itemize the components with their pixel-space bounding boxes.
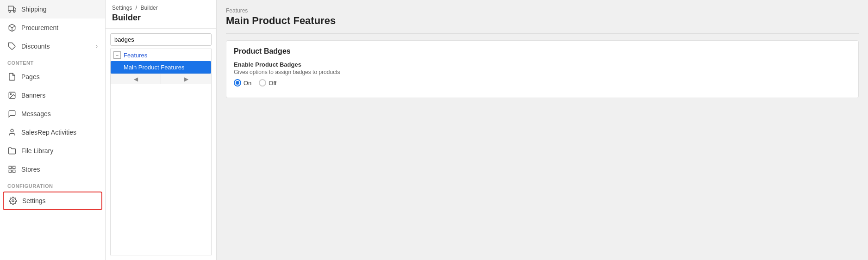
truck-icon xyxy=(7,5,17,14)
breadcrumb-settings[interactable]: Settings xyxy=(112,5,132,11)
sidebar-label-banners: Banners xyxy=(21,92,98,99)
svg-rect-0 xyxy=(8,6,13,11)
sidebar-item-procurement[interactable]: Procurement xyxy=(0,19,105,37)
sidebar-item-pages[interactable]: Pages xyxy=(0,68,105,86)
grid-icon xyxy=(7,165,17,174)
sidebar-item-shipping[interactable]: Shipping xyxy=(0,0,105,19)
sidebar-item-discounts[interactable]: Discounts › xyxy=(0,37,105,56)
chevron-right-icon: › xyxy=(96,43,98,50)
sidebar-label-settings: Settings xyxy=(22,197,97,204)
tree-container: − Features Main Product Features ◀ ▶ xyxy=(110,49,212,255)
radio-option-off[interactable]: Off xyxy=(259,79,276,87)
person-icon xyxy=(7,128,17,137)
features-section-label: Features xyxy=(226,7,859,14)
search-input[interactable] xyxy=(110,33,212,46)
radio-option-on[interactable]: On xyxy=(234,79,251,87)
svg-rect-8 xyxy=(9,166,11,168)
chat-icon xyxy=(7,109,17,118)
svg-point-1 xyxy=(9,11,11,12)
tree-group-features[interactable]: − Features xyxy=(111,49,211,61)
tree-group-label: Features xyxy=(124,52,147,59)
box-icon xyxy=(7,23,17,32)
content-area: Settings / Builder Builder − Features Ma… xyxy=(106,0,868,260)
section-header-configuration: CONFIGURATION xyxy=(0,179,105,191)
svg-rect-10 xyxy=(13,170,15,173)
feature-setting-desc: Gives options to assign badges to produc… xyxy=(234,69,851,75)
search-box xyxy=(110,33,212,46)
main-area: Settings / Builder Builder − Features Ma… xyxy=(106,0,868,260)
sidebar-label-procurement: Procurement xyxy=(21,24,98,31)
tree-item-label: Main Product Features xyxy=(124,64,185,71)
tree-scroll-arrows: ◀ ▶ xyxy=(111,74,211,84)
breadcrumb-separator: / xyxy=(136,5,137,11)
radio-circle-on xyxy=(234,79,241,87)
sidebar-label-file-library: File Library xyxy=(21,147,98,155)
svg-point-2 xyxy=(13,11,15,12)
feature-card-badges: Product Badges Enable Product Badges Giv… xyxy=(226,40,859,98)
sidebar-item-salesrep[interactable]: SalesRep Activities xyxy=(0,123,105,142)
sidebar: Shipping Procurement Discounts › CONTENT xyxy=(0,0,106,260)
tag-icon xyxy=(7,42,17,51)
feature-card-title-badges: Product Badges xyxy=(234,47,851,56)
builder-panel: Settings / Builder Builder − Features Ma… xyxy=(106,0,217,260)
file-icon xyxy=(7,72,17,81)
svg-point-6 xyxy=(10,93,11,94)
features-title: Main Product Features xyxy=(226,15,859,27)
tree-scroll-right[interactable]: ▶ xyxy=(161,74,211,84)
section-header-content: CONTENT xyxy=(0,56,105,68)
sidebar-item-banners[interactable]: Banners xyxy=(0,86,105,105)
sidebar-item-settings[interactable]: Settings xyxy=(3,192,102,210)
right-panel: Features Main Product Features Product B… xyxy=(217,0,868,260)
sidebar-content: Shipping Procurement Discounts › CONTENT xyxy=(0,0,105,260)
sidebar-label-pages: Pages xyxy=(21,73,98,80)
svg-point-7 xyxy=(11,129,13,132)
breadcrumb-current: Builder xyxy=(140,5,157,11)
feature-setting-label: Enable Product Badges xyxy=(234,61,851,68)
sidebar-item-stores[interactable]: Stores xyxy=(0,160,105,179)
radio-group-badges: On Off xyxy=(234,79,851,87)
folder-icon xyxy=(7,146,17,155)
image-icon xyxy=(7,91,17,100)
sidebar-label-messages: Messages xyxy=(21,110,98,118)
sidebar-label-salesrep: SalesRep Activities xyxy=(21,129,98,136)
collapse-icon[interactable]: − xyxy=(113,51,121,59)
feature-setting-enable-badges: Enable Product Badges Gives options to a… xyxy=(234,61,851,87)
sidebar-item-messages[interactable]: Messages xyxy=(0,105,105,123)
sidebar-label-stores: Stores xyxy=(21,166,98,173)
sidebar-item-file-library[interactable]: File Library xyxy=(0,142,105,160)
breadcrumb: Settings / Builder xyxy=(112,5,210,11)
sidebar-label-shipping: Shipping xyxy=(21,6,98,13)
features-header: Features Main Product Features xyxy=(226,7,859,34)
sidebar-label-discounts: Discounts xyxy=(21,43,91,50)
builder-title: Builder xyxy=(112,13,210,25)
tree-scroll-left[interactable]: ◀ xyxy=(111,74,161,84)
radio-label-on: On xyxy=(244,80,251,87)
tree-item-main-product-features[interactable]: Main Product Features xyxy=(111,61,211,74)
radio-label-off: Off xyxy=(269,80,276,87)
svg-point-12 xyxy=(12,200,14,202)
svg-rect-9 xyxy=(13,166,15,168)
radio-circle-off xyxy=(259,79,266,87)
svg-rect-11 xyxy=(9,170,11,173)
gear-icon xyxy=(8,196,18,205)
builder-header: Settings / Builder Builder xyxy=(106,0,216,29)
